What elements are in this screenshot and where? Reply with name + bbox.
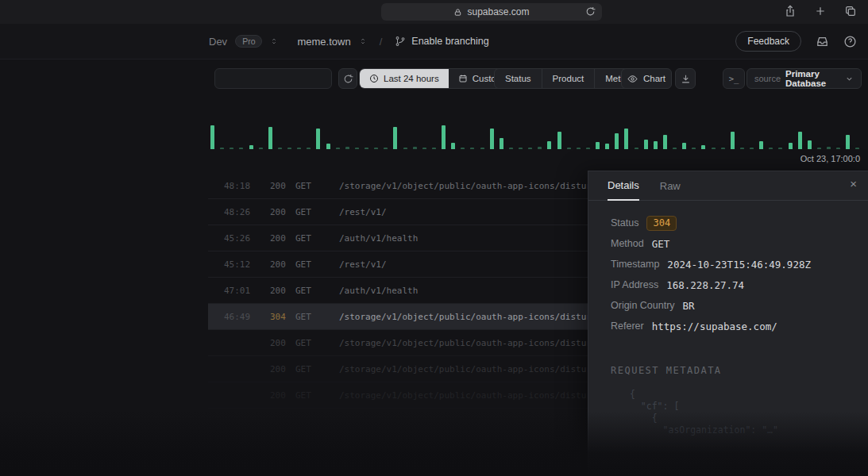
chart-bar xyxy=(750,148,754,149)
chart-bar xyxy=(519,148,523,149)
filter-product-button[interactable]: Product xyxy=(542,68,596,89)
breadcrumb: Dev Pro meme.town / Enable branching xyxy=(209,35,489,48)
row-method: GET xyxy=(295,259,339,270)
request-metadata-heading: REQUEST METADATA xyxy=(611,365,868,376)
chart-bar xyxy=(500,138,503,149)
field-value: GET xyxy=(652,238,670,250)
org-name[interactable]: Dev xyxy=(209,36,227,48)
field-label: Origin Country xyxy=(611,300,675,311)
tab-raw[interactable]: Raw xyxy=(660,180,681,200)
app-header: Dev Pro meme.town / Enable branching Fee… xyxy=(0,24,868,60)
field-label: Status xyxy=(611,217,638,228)
project-name[interactable]: meme.town xyxy=(297,36,350,48)
chart-bar xyxy=(230,148,233,149)
row-path: /auth/v1/health xyxy=(339,233,588,244)
org-switcher-icon[interactable] xyxy=(270,37,278,45)
field-label: Referer xyxy=(611,321,644,332)
table-row[interactable]: 47:01200GET/auth/v1/health xyxy=(208,278,588,304)
row-method: GET xyxy=(295,286,339,296)
chart-bar xyxy=(374,148,378,149)
table-row[interactable]: 45:12200GET/rest/v1/ xyxy=(208,251,588,278)
tabs-overview-icon[interactable] xyxy=(844,5,857,17)
tab-details[interactable]: Details xyxy=(608,179,639,201)
feedback-button[interactable]: Feedback xyxy=(735,31,801,52)
chart-bar xyxy=(297,148,301,149)
row-status: 200 xyxy=(270,207,295,217)
row-status: 200 xyxy=(270,233,295,244)
chart-bar xyxy=(827,147,831,149)
table-row[interactable]: 200GET/storage/v1/object/public/oauth-ap… xyxy=(208,382,588,409)
inbox-icon[interactable] xyxy=(816,35,829,48)
chart-bar xyxy=(210,125,214,149)
chart-bar xyxy=(509,148,513,149)
chart-bar xyxy=(316,129,320,149)
help-icon[interactable] xyxy=(843,35,857,48)
chart-bar xyxy=(403,148,407,149)
download-button[interactable] xyxy=(675,68,696,89)
download-icon xyxy=(681,74,691,84)
row-path: /storage/v1/object/public/oauth-app-icon… xyxy=(339,181,588,191)
detail-field: Timestamp2024-10-23T15:46:49.928Z xyxy=(611,254,868,274)
time-range-selected-button[interactable]: Last 24 hours xyxy=(360,68,449,89)
lock-icon xyxy=(453,8,462,17)
chart-bar xyxy=(808,140,812,149)
chart-bar xyxy=(817,148,821,149)
row-status: 200 xyxy=(270,390,295,401)
table-row[interactable]: 200GET/storage/v1/object/public/oauth-ap… xyxy=(208,330,588,356)
project-switcher-icon[interactable] xyxy=(359,37,367,45)
chart-bar xyxy=(461,148,465,149)
logs-bar-chart xyxy=(210,100,860,149)
row-timestamp: 45:26 xyxy=(224,233,270,244)
chart-bar xyxy=(413,147,417,149)
row-status: 200 xyxy=(270,338,295,348)
eye-icon xyxy=(627,74,638,84)
chart-bar xyxy=(586,148,590,149)
chart-bar xyxy=(480,148,484,149)
row-timestamp: 45:12 xyxy=(224,259,270,270)
row-status: 200 xyxy=(270,364,295,374)
search-input[interactable] xyxy=(215,69,331,88)
time-range-segment: Last 24 hours Custom xyxy=(359,68,514,89)
chart-bar xyxy=(577,148,581,149)
reload-icon[interactable] xyxy=(585,6,596,17)
row-path: /storage/v1/object/public/oauth-app-icon… xyxy=(339,312,588,322)
refresh-button[interactable] xyxy=(338,68,357,89)
chart-bar xyxy=(567,148,571,149)
branch-icon xyxy=(395,36,406,47)
row-path: /rest/v1/ xyxy=(339,207,588,217)
chart-bar xyxy=(789,143,793,149)
field-value: https://supabase.com/ xyxy=(652,321,777,332)
new-tab-icon[interactable] xyxy=(814,5,827,17)
enable-branching-button[interactable]: Enable branching xyxy=(395,36,488,47)
table-row[interactable]: 45:26200GET/auth/v1/health xyxy=(208,225,588,251)
filter-status-button[interactable]: Status xyxy=(495,68,542,89)
chart-bar xyxy=(663,135,667,149)
table-row[interactable]: 200GET/storage/v1/object/public/oauth-ap… xyxy=(208,356,588,382)
row-timestamp: 46:49 xyxy=(224,312,270,322)
row-method: GET xyxy=(295,312,339,322)
table-row[interactable]: 48:26200GET/rest/v1/ xyxy=(208,199,588,225)
row-status: 200 xyxy=(270,259,295,270)
field-label: IP Address xyxy=(611,279,658,290)
address-bar[interactable]: supabase.com xyxy=(381,3,602,21)
request-metadata-json: { "cf": [ { "asOrganization": "…" xyxy=(630,389,868,436)
detail-field: IP Address168.228.27.74 xyxy=(611,274,868,295)
chart-bar xyxy=(538,147,542,149)
detail-field: Origin CountryBR xyxy=(611,295,868,316)
row-status: 304 xyxy=(270,312,295,322)
chart-bar xyxy=(442,125,446,149)
chart-bar xyxy=(673,148,677,149)
query-console-button[interactable]: >_ xyxy=(723,68,745,89)
row-method: GET xyxy=(295,390,339,401)
share-icon[interactable] xyxy=(784,5,797,17)
chart-toggle-button[interactable]: Chart xyxy=(621,68,672,89)
chart-bar xyxy=(239,148,243,149)
close-icon[interactable]: × xyxy=(850,178,857,190)
field-label: Timestamp xyxy=(611,259,659,270)
table-row[interactable]: 48:18200GET/storage/v1/object/public/oau… xyxy=(208,173,588,199)
search-box xyxy=(214,68,332,89)
chart-bar xyxy=(220,148,224,149)
table-row[interactable]: 46:49304GET/storage/v1/object/public/oau… xyxy=(208,304,588,330)
source-select[interactable]: source Primary Database xyxy=(746,68,862,89)
chart-bar xyxy=(557,132,561,149)
